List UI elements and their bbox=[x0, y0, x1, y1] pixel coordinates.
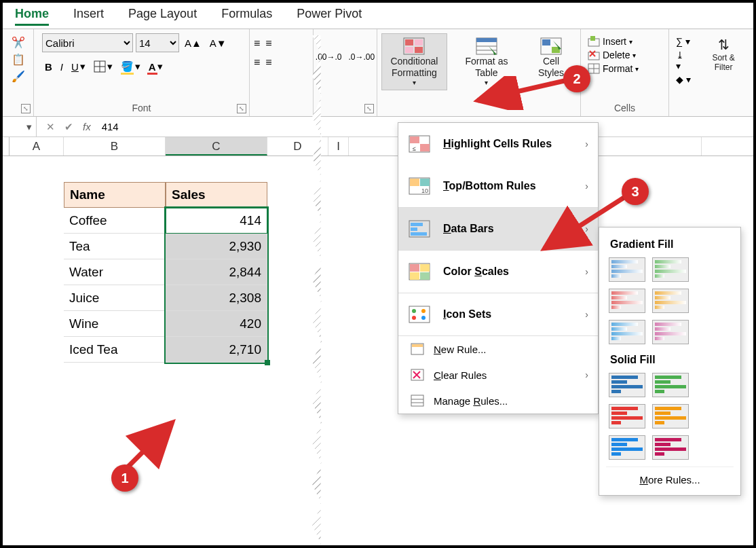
svg-rect-16 bbox=[590, 36, 595, 41]
format-as-table-button[interactable]: Format as Table ▾ bbox=[451, 33, 522, 90]
delete-cells-icon bbox=[588, 50, 600, 60]
clear-button[interactable]: ◆ ▾ bbox=[673, 73, 694, 86]
underline-button[interactable]: U ▾ bbox=[69, 58, 88, 75]
solid-databar-swatch[interactable] bbox=[609, 404, 645, 428]
align-left-icon[interactable]: ≡ bbox=[254, 56, 260, 69]
menu-clear-rules[interactable]: Clear Rules › bbox=[398, 362, 598, 388]
menu-icon-sets[interactable]: Icon Sets › bbox=[398, 293, 598, 335]
format-cells-button[interactable]: Format ▾ bbox=[585, 62, 641, 75]
delete-cells-button[interactable]: Delete ▾ bbox=[585, 48, 639, 62]
increase-font-icon[interactable]: A▲ bbox=[182, 35, 204, 52]
increase-decimal-icon[interactable]: .00→.0 bbox=[316, 52, 342, 62]
gradient-databar-swatch[interactable] bbox=[652, 289, 689, 313]
autosum-button[interactable]: ∑ ▾ bbox=[673, 35, 693, 48]
align-center-icon[interactable]: ≡ bbox=[265, 56, 271, 69]
menu-manage-rules[interactable]: Manage Rules... bbox=[398, 388, 598, 414]
col-C[interactable]: C bbox=[166, 137, 267, 156]
table-cell-name[interactable]: Coffee bbox=[64, 208, 166, 234]
menu-top-bottom-rules[interactable]: 10 Top/Bottom Rules › bbox=[398, 165, 598, 207]
svg-rect-4 bbox=[405, 39, 413, 45]
gradient-databar-swatch[interactable] bbox=[609, 257, 645, 282]
svg-point-41 bbox=[412, 309, 416, 313]
tab-home[interactable]: Home bbox=[15, 7, 49, 26]
borders-button[interactable]: ▾ bbox=[91, 58, 115, 75]
insert-cells-button[interactable]: Insert ▾ bbox=[585, 35, 635, 48]
gradient-databar-swatch[interactable] bbox=[652, 257, 689, 282]
table-cell-name[interactable]: Iced Tea bbox=[64, 337, 166, 363]
svg-rect-25 bbox=[420, 144, 430, 151]
tab-power-pivot[interactable]: Power Pivot bbox=[297, 7, 362, 26]
menu-new-rule[interactable]: New Rule... bbox=[398, 336, 598, 362]
fill-color-button[interactable]: 🪣 ▾ bbox=[118, 58, 143, 75]
chevron-down-icon: ▾ bbox=[550, 79, 553, 87]
solid-databar-swatch[interactable] bbox=[652, 404, 689, 428]
formula-value[interactable]: 414 bbox=[96, 121, 119, 132]
new-rule-icon bbox=[411, 343, 424, 355]
solid-databar-swatch[interactable] bbox=[609, 435, 645, 460]
svg-rect-40 bbox=[409, 306, 430, 323]
conditional-formatting-button[interactable]: Conditional Formatting ▾ bbox=[381, 33, 447, 90]
cancel-formula-icon[interactable]: ✕ bbox=[46, 121, 55, 133]
fx-label[interactable]: fx bbox=[83, 121, 96, 132]
copy-icon[interactable]: 📋 bbox=[12, 53, 25, 66]
highlight-cells-icon: ≤ bbox=[408, 134, 431, 154]
solid-databar-swatch[interactable] bbox=[609, 373, 645, 397]
number-dialog-launcher[interactable]: ⤡ bbox=[364, 104, 374, 113]
tab-page-layout[interactable]: Page Layout bbox=[128, 7, 197, 26]
table-cell-name[interactable]: Juice bbox=[64, 285, 166, 311]
svg-rect-13 bbox=[542, 39, 550, 45]
svg-rect-7 bbox=[415, 47, 423, 53]
svg-rect-24 bbox=[410, 136, 419, 143]
bold-button[interactable]: B bbox=[42, 58, 55, 75]
menu-highlight-cells-rules[interactable]: ≤ Highlight Cells Rules › bbox=[398, 123, 598, 165]
chevron-down-icon: ▾ bbox=[485, 79, 488, 87]
table-cell-sales[interactable]: 2,930 bbox=[166, 234, 267, 259]
data-bars-submenu: Gradient Fill Solid Fill More Rules... bbox=[599, 227, 741, 496]
menu-data-bars[interactable]: Data Bars › bbox=[398, 208, 598, 250]
gradient-databar-swatch[interactable] bbox=[652, 320, 689, 344]
cut-icon[interactable]: ✂️ bbox=[12, 36, 25, 49]
clipboard-dialog-launcher[interactable]: ⤡ bbox=[21, 104, 31, 113]
sort-filter-button[interactable]: ⇅ Sort & Filter bbox=[698, 33, 749, 76]
more-rules-link[interactable]: More Rules... bbox=[606, 467, 734, 488]
italic-button[interactable]: I bbox=[58, 58, 66, 75]
table-cell-sales[interactable]: 2,308 bbox=[166, 285, 267, 311]
font-size-select[interactable]: 14 bbox=[136, 33, 179, 52]
gradient-databar-swatch[interactable] bbox=[609, 289, 645, 313]
fill-button[interactable]: ⤓ ▾ bbox=[673, 48, 694, 73]
col-I[interactable]: I bbox=[328, 137, 349, 156]
tab-insert[interactable]: Insert bbox=[73, 7, 104, 26]
table-cell-sales[interactable]: 2,710 bbox=[166, 337, 267, 363]
svg-text:≤: ≤ bbox=[413, 145, 416, 152]
header-name[interactable]: Name bbox=[64, 182, 166, 208]
name-box[interactable]: ▾ bbox=[3, 117, 37, 136]
gradient-fill-heading: Gradient Fill bbox=[606, 236, 734, 257]
col-A[interactable]: A bbox=[10, 137, 64, 156]
menu-color-scales[interactable]: Color Scales › bbox=[398, 251, 598, 293]
tab-formulas[interactable]: Formulas bbox=[221, 7, 272, 26]
font-color-button[interactable]: A ▾ bbox=[146, 58, 166, 75]
solid-databar-swatch[interactable] bbox=[652, 435, 689, 460]
table-cell-sales[interactable]: 420 bbox=[166, 311, 267, 337]
align-top-icon[interactable]: ≡ bbox=[254, 37, 260, 50]
solid-databar-swatch[interactable] bbox=[652, 373, 689, 397]
data-bars-icon bbox=[408, 219, 431, 239]
table-cell-sales[interactable]: 2,844 bbox=[166, 259, 267, 285]
decrease-decimal-icon[interactable]: .0→.00 bbox=[349, 52, 375, 62]
col-B[interactable]: B bbox=[64, 137, 166, 156]
svg-point-43 bbox=[421, 309, 426, 313]
align-mid-icon[interactable]: ≡ bbox=[265, 37, 271, 50]
header-sales[interactable]: Sales bbox=[166, 182, 267, 208]
font-dialog-launcher[interactable]: ⤡ bbox=[237, 104, 246, 113]
solid-fill-heading: Solid Fill bbox=[606, 351, 734, 373]
accept-formula-icon[interactable]: ✔ bbox=[64, 121, 73, 133]
table-cell-name[interactable]: Tea bbox=[64, 234, 166, 259]
format-painter-icon[interactable]: 🖌️ bbox=[12, 70, 25, 83]
gradient-databar-swatch[interactable] bbox=[609, 320, 645, 344]
select-all-corner[interactable] bbox=[3, 137, 10, 156]
decrease-font-icon[interactable]: A▼ bbox=[207, 35, 229, 52]
table-cell-name[interactable]: Wine bbox=[64, 311, 166, 337]
font-name-select[interactable]: Calibri bbox=[42, 33, 133, 52]
table-cell-name[interactable]: Water bbox=[64, 259, 166, 285]
table-cell-sales[interactable]: 414 bbox=[166, 208, 267, 234]
